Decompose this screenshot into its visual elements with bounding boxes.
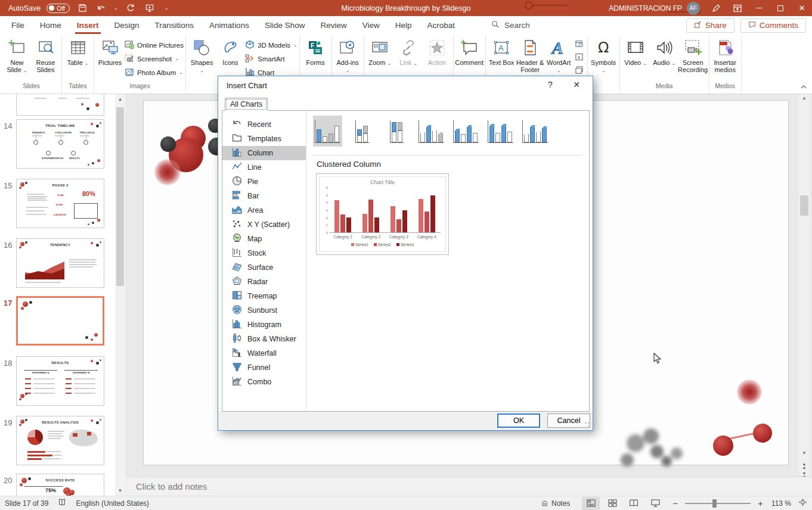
- ribbon-wordart-button[interactable]: A WordArt ⌄: [545, 36, 573, 73]
- minimize-icon[interactable]: [749, 0, 769, 16]
- canvas-scrollbar[interactable]: ▲ ▼ ▲▲ ▼▼: [799, 94, 810, 475]
- accessibility-icon[interactable]: [58, 498, 66, 508]
- tab-all-charts[interactable]: All Charts: [225, 98, 268, 111]
- ribbon-smartart-button[interactable]: SmartArt: [245, 53, 297, 64]
- notes-pane[interactable]: Click to add notes: [125, 477, 812, 496]
- ok-button[interactable]: OK: [497, 413, 540, 428]
- zoom-level[interactable]: 113 %: [771, 499, 791, 508]
- chart-type-x-y-scatter[interactable]: X Y (Scatter): [222, 217, 306, 232]
- ribbon-slide-number-button[interactable]: #: [574, 51, 585, 63]
- thumbnail-scrollbar[interactable]: ▲ ▼: [115, 94, 125, 496]
- chart-type-pie[interactable]: Pie: [222, 175, 306, 189]
- ribbon-icons-button[interactable]: Icons: [216, 36, 244, 66]
- tab-help[interactable]: Help: [388, 17, 420, 34]
- chart-type-bar[interactable]: Bar: [222, 189, 306, 203]
- zoom-slider[interactable]: [685, 503, 751, 504]
- slide-thumbnail-18[interactable]: RESULTS EXPERIMENT AEXPERIMENT B: [16, 356, 104, 406]
- ribbon-video-button[interactable]: Video ⌄: [622, 36, 650, 66]
- ribbon-display-icon[interactable]: [727, 0, 748, 16]
- notes-toggle-button[interactable]: Notes: [541, 499, 570, 508]
- ribbon-date-time-button[interactable]: [574, 38, 585, 49]
- chart-type-recent[interactable]: Recent: [222, 117, 306, 132]
- chart-type-funnel[interactable]: Funnel: [222, 360, 306, 375]
- ribbon-header-footer-button[interactable]: Header & Footer: [516, 36, 544, 73]
- chart-type-surface[interactable]: Surface: [222, 260, 306, 275]
- search-box[interactable]: Search: [491, 20, 530, 30]
- chart-type-combo[interactable]: Combo: [222, 375, 306, 389]
- slide-thumbnail-19[interactable]: RESULTS ANALYSIS: [16, 416, 104, 465]
- zoom-in-button[interactable]: +: [758, 498, 763, 508]
- chart-type-map[interactable]: Map: [222, 232, 306, 246]
- normal-view-icon[interactable]: [582, 497, 600, 510]
- ribbon-insertar-medios-button[interactable]: Insertar medios: [711, 36, 739, 73]
- dialog-help-button[interactable]: ?: [543, 80, 558, 89]
- ribbon-screen-recording-button[interactable]: Screen Recording: [679, 36, 707, 73]
- tab-view[interactable]: View: [355, 17, 388, 34]
- collapse-ribbon-icon[interactable]: [800, 83, 807, 91]
- slide-thumbnail-20[interactable]: SUCCESS RATE 75%: [16, 474, 104, 496]
- tab-slide-show[interactable]: Slide Show: [257, 17, 313, 34]
- chart-type-histogram[interactable]: Histogram: [222, 318, 306, 332]
- maximize-icon[interactable]: [770, 0, 791, 16]
- slide-indicator[interactable]: Slide 17 of 39: [5, 499, 48, 508]
- tab-acrobat[interactable]: Acrobat: [420, 17, 463, 34]
- avatar[interactable]: AF: [687, 2, 700, 15]
- ribbon-symbols-button[interactable]: Ω Symbols ⌄: [590, 36, 618, 73]
- comments-button[interactable]: Comments: [740, 18, 806, 33]
- ribbon-comment-button[interactable]: Comment: [455, 36, 484, 66]
- chart-type-line[interactable]: Line: [222, 160, 306, 175]
- slide-show-icon[interactable]: [646, 497, 664, 510]
- chart-type-area[interactable]: Area: [222, 203, 306, 217]
- chart-type-templates[interactable]: Templates: [222, 132, 306, 146]
- ribbon-text-box-button[interactable]: A Text Box: [488, 36, 516, 66]
- subtype-stacked-column-icon[interactable]: [348, 116, 377, 147]
- ribbon-add-ins-button[interactable]: Add-ins ⌄: [334, 36, 362, 73]
- ribbon-photo-album-button[interactable]: Photo Album⌄: [125, 67, 184, 78]
- chart-preview-card[interactable]: Chart Title 6543210 Category 1Category 2…: [316, 173, 449, 255]
- chart-type-waterfall[interactable]: Waterfall: [222, 346, 306, 360]
- close-icon[interactable]: ✕: [792, 0, 812, 16]
- slide-thumbnail-17[interactable]: [16, 296, 104, 346]
- scroll-up-icon[interactable]: ▲: [115, 97, 125, 102]
- ribbon-online-pictures-button[interactable]: Online Pictures: [125, 39, 184, 51]
- ribbon-zoom-button[interactable]: Zoom ⌄: [366, 36, 394, 66]
- chart-type-sunburst[interactable]: Sunburst: [222, 303, 306, 318]
- ribbon-shapes-button[interactable]: Shapes ⌄: [188, 36, 216, 73]
- tab-review[interactable]: Review: [312, 17, 354, 34]
- tab-home[interactable]: Home: [32, 17, 69, 34]
- chart-type-box-whisker[interactable]: Box & Whisker: [222, 332, 306, 346]
- dialog-close-button[interactable]: ✕: [568, 80, 585, 89]
- start-presentation-icon[interactable]: [143, 3, 156, 14]
- slide-thumbnail-15[interactable]: PHASE 280% GOALDOSE6 MONTHS: [16, 179, 104, 228]
- tab-transitions[interactable]: Transitions: [147, 17, 202, 34]
- slide-sorter-icon[interactable]: [603, 497, 621, 510]
- scroll-up-icon[interactable]: ▲: [799, 95, 810, 101]
- scroll-down-icon[interactable]: ▼: [799, 450, 810, 456]
- zoom-out-button[interactable]: −: [672, 498, 678, 508]
- redo-icon[interactable]: [124, 3, 137, 14]
- ribbon-audio-button[interactable]: Audio ⌄: [650, 36, 678, 66]
- pen-mode-icon[interactable]: [706, 0, 726, 16]
- dialog-resize-grip[interactable]: [584, 421, 591, 428]
- ribbon-screenshot-button[interactable]: Screenshot⌄: [125, 53, 184, 64]
- ribbon-action-button[interactable]: Action: [423, 36, 451, 66]
- subtype-clustered-column-icon[interactable]: [313, 116, 342, 147]
- chart-type-column[interactable]: Column: [222, 146, 306, 160]
- language-indicator[interactable]: English (United States): [76, 499, 149, 508]
- ribbon-new-slide-button[interactable]: New Slide ⌄: [3, 36, 31, 73]
- ribbon-table-button[interactable]: Table ⌄: [64, 36, 92, 66]
- share-button[interactable]: Share: [686, 18, 734, 33]
- ribbon-link-button[interactable]: Link ⌄: [395, 36, 423, 66]
- undo-chevron-icon[interactable]: ⌄: [114, 6, 118, 11]
- subtype-3d-column-icon[interactable]: [520, 116, 550, 147]
- tab-file[interactable]: File: [4, 17, 32, 34]
- subtype-3d-stacked-column-icon[interactable]: [451, 116, 481, 147]
- ribbon-reuse-slides-button[interactable]: Reuse Slides: [32, 36, 60, 73]
- chart-type-treemap[interactable]: Treemap: [222, 289, 306, 303]
- ribbon-pictures-button[interactable]: Pictures: [96, 36, 124, 66]
- zoom-slider-thumb[interactable]: [712, 499, 717, 508]
- slide-thumbnail-14[interactable]: TRIAL TIMELINE RESEARCHCONCLUSIONSPRECLI…: [16, 119, 104, 169]
- slide-thumbnail-16[interactable]: TENDENCY: [16, 238, 104, 288]
- slide-thumbnail-13[interactable]: [16, 94, 104, 116]
- undo-icon[interactable]: [95, 3, 108, 14]
